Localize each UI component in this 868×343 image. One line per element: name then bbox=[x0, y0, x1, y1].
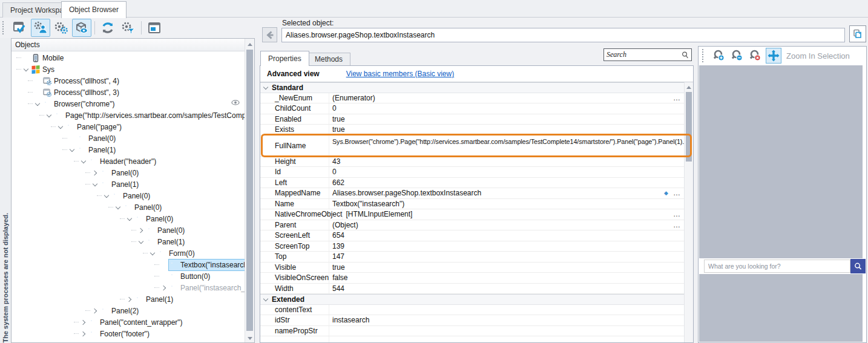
preview-search-button[interactable] bbox=[850, 259, 866, 273]
ellipsis-button[interactable]: … bbox=[673, 94, 681, 102]
tree-item[interactable]: Textbox("instasearch") bbox=[12, 259, 245, 270]
tree-item[interactable]: Panel(0) bbox=[12, 201, 245, 213]
tree-item-content[interactable]: Panel(0) bbox=[122, 201, 164, 214]
tree-item[interactable]: Panel("page") bbox=[12, 121, 245, 132]
chevron-down-icon[interactable] bbox=[45, 112, 52, 119]
property-row[interactable]: idStr instasearch bbox=[260, 315, 685, 326]
tree-item-content[interactable]: Browser("chrome") bbox=[42, 98, 117, 110]
tree-item-content[interactable]: Page("http://services.smartbear.com/samp… bbox=[53, 109, 245, 122]
basic-view-link[interactable]: View basic members (Basic view) bbox=[346, 70, 455, 78]
tree-item-content[interactable]: Panel(0) bbox=[145, 224, 187, 237]
gears-icon[interactable] bbox=[51, 19, 71, 37]
tree-item-content[interactable]: Panel(1) bbox=[145, 236, 187, 248]
tree-item-content[interactable]: Panel("content_wrapper") bbox=[88, 316, 185, 328]
property-section-header[interactable]: Extended bbox=[260, 294, 685, 305]
tree-item-content[interactable]: Panel(0) bbox=[134, 213, 176, 225]
window-panel-icon[interactable] bbox=[145, 19, 164, 37]
property-row[interactable]: ScreenLeft 654 bbox=[260, 230, 685, 241]
chevron-down-icon[interactable] bbox=[149, 250, 156, 256]
chevron-down-icon[interactable] bbox=[114, 204, 121, 211]
cube-eye-icon[interactable] bbox=[72, 19, 91, 37]
chevron-down-icon[interactable] bbox=[103, 192, 110, 199]
property-row[interactable]: Left 662 bbox=[260, 178, 685, 189]
tree-item[interactable]: Page("http://services.smartbear.com/samp… bbox=[12, 109, 245, 121]
tree-item[interactable]: Panel(0) bbox=[12, 132, 245, 144]
property-row[interactable]: Width 544 bbox=[260, 284, 685, 295]
tree-item-content[interactable]: Process("dllhost", 4) bbox=[42, 75, 122, 87]
gears-person-icon[interactable] bbox=[31, 19, 50, 37]
tree-item-content[interactable]: Panel(1) bbox=[134, 293, 176, 305]
tree-item[interactable]: Footer("footer") bbox=[12, 328, 245, 339]
tree-item-content[interactable]: Panel(0) bbox=[99, 167, 141, 179]
chevron-down-icon[interactable] bbox=[126, 215, 133, 222]
tree-item-content[interactable]: Panel(1) bbox=[76, 144, 118, 156]
chevron-down-icon[interactable] bbox=[80, 158, 87, 165]
tree-item[interactable]: Form(0) bbox=[12, 247, 245, 259]
tree-item-content[interactable]: Form(0) bbox=[157, 247, 197, 260]
toolbar-grip[interactable] bbox=[702, 49, 706, 62]
property-row[interactable]: Exists true bbox=[260, 125, 685, 136]
tree-item-content[interactable]: Sys bbox=[30, 64, 57, 76]
fit-selection-icon[interactable] bbox=[766, 48, 781, 64]
tree-scrollbar[interactable] bbox=[245, 39, 254, 342]
chevron-down-icon[interactable] bbox=[91, 181, 98, 188]
tree-item-content[interactable]: Mobile bbox=[30, 52, 66, 64]
property-row[interactable]: FullName Sys.Browser("chrome").Page("htt… bbox=[260, 136, 685, 157]
chevron-right-icon[interactable] bbox=[80, 319, 87, 325]
chevron-right-icon[interactable] bbox=[137, 227, 144, 234]
properties-search-input[interactable] bbox=[604, 50, 681, 59]
tab-properties[interactable]: Properties bbox=[260, 51, 309, 66]
property-row[interactable]: NativeChromeObject [HTMLInputElement] … bbox=[260, 209, 685, 220]
tree-item[interactable]: Header("header") bbox=[12, 155, 245, 167]
property-row[interactable]: Name Textbox("instasearch") bbox=[260, 199, 685, 210]
chevron-right-icon[interactable] bbox=[80, 330, 87, 337]
tree-item-content[interactable]: Header("header") bbox=[88, 155, 159, 168]
gear-filter-icon[interactable] bbox=[119, 19, 138, 37]
scroll-down-icon[interactable] bbox=[245, 334, 254, 342]
chevron-down-icon[interactable] bbox=[57, 123, 64, 130]
tree-item-content[interactable]: Panel(0) bbox=[76, 132, 118, 145]
property-row[interactable]: Parent (Object) … bbox=[260, 220, 685, 231]
tree-item[interactable]: Panel(0) bbox=[12, 224, 245, 236]
selected-object-input[interactable] bbox=[281, 28, 845, 42]
tree-item[interactable]: Button(0) bbox=[12, 270, 245, 282]
tree-item[interactable]: Panel(1) bbox=[12, 144, 245, 155]
tree-item-content[interactable]: Button(0) bbox=[168, 270, 212, 283]
tree-item[interactable]: Process("dllhost", 3) bbox=[12, 87, 245, 98]
window-check-icon[interactable] bbox=[10, 19, 30, 37]
chevron-down-icon[interactable] bbox=[263, 296, 268, 301]
object-tree[interactable]: Mobile Sys Process("dllhost", 4) Process… bbox=[12, 52, 245, 342]
chevron-down-icon[interactable] bbox=[137, 238, 144, 245]
ellipsis-button[interactable]: … bbox=[673, 189, 681, 197]
copy-button[interactable] bbox=[849, 25, 866, 42]
toolbar-grip[interactable] bbox=[2, 21, 7, 34]
chevron-down-icon[interactable] bbox=[34, 100, 41, 107]
preview-search-input[interactable] bbox=[704, 260, 850, 273]
tree-item[interactable]: Panel("instasearch_drop" bbox=[12, 282, 245, 293]
chevron-down-icon[interactable] bbox=[263, 85, 268, 90]
tree-item[interactable]: Panel(0) bbox=[12, 167, 245, 178]
tree-item[interactable]: Sys bbox=[12, 64, 245, 75]
tree-item[interactable]: Panel(2) bbox=[12, 305, 245, 316]
properties-scrollbar-thumb[interactable] bbox=[686, 92, 692, 162]
tree-item-content[interactable]: Panel(1) bbox=[99, 178, 141, 191]
properties-scrollbar[interactable] bbox=[684, 82, 693, 342]
eye-icon[interactable] bbox=[231, 99, 240, 108]
tree-item-content[interactable]: Panel("instasearch_drop" bbox=[168, 282, 245, 294]
tree-item[interactable]: Browser("chrome") bbox=[12, 98, 245, 109]
zoom-out-icon[interactable] bbox=[729, 48, 745, 64]
tree-item-content[interactable]: Panel(2) bbox=[99, 305, 141, 317]
tree-item[interactable]: Panel("content_wrapper") bbox=[12, 316, 245, 328]
back-button[interactable] bbox=[262, 27, 277, 42]
property-row[interactable]: ChildCount 0 bbox=[260, 103, 685, 114]
tree-item[interactable]: Panel(0) bbox=[12, 190, 245, 201]
chevron-down-icon[interactable] bbox=[22, 66, 29, 73]
tree-item[interactable]: Panel(1) bbox=[12, 178, 245, 190]
tree-item-content[interactable]: Textbox("instasearch") bbox=[168, 259, 245, 271]
scroll-up-icon[interactable] bbox=[245, 40, 254, 48]
property-row[interactable]: contentText bbox=[260, 305, 685, 316]
refresh-icon[interactable] bbox=[98, 19, 117, 37]
tree-item[interactable]: Panel(1) bbox=[12, 293, 245, 305]
property-row[interactable]: Top 147 bbox=[260, 252, 685, 263]
tree-item[interactable] bbox=[12, 339, 245, 342]
